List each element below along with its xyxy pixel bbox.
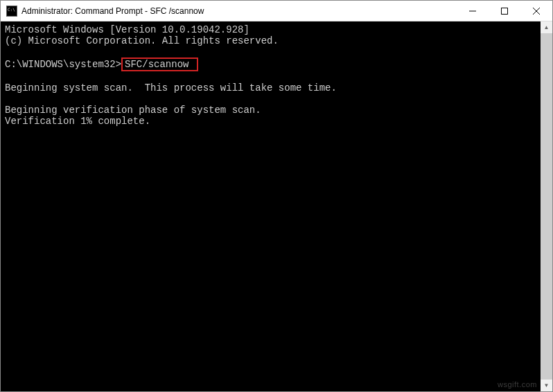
window-title: Administrator: Command Prompt - SFC /sca… bbox=[21, 6, 457, 16]
scroll-thumb[interactable] bbox=[541, 33, 552, 380]
command-text: SFC/scannow bbox=[125, 59, 188, 70]
watermark-text: wsgift.com bbox=[498, 380, 537, 389]
output-line: Verification 1% complete. bbox=[5, 116, 150, 127]
prompt-prefix: C:\WINDOWS\system32> bbox=[5, 59, 121, 70]
output-line: Microsoft Windows [Version 10.0.19042.92… bbox=[5, 24, 249, 35]
cmd-icon bbox=[6, 6, 17, 17]
scroll-down-button[interactable]: ▼ bbox=[541, 380, 552, 391]
titlebar: Administrator: Command Prompt - SFC /sca… bbox=[1, 1, 552, 21]
terminal-area: Microsoft Windows [Version 10.0.19042.92… bbox=[1, 21, 552, 391]
terminal-output[interactable]: Microsoft Windows [Version 10.0.19042.92… bbox=[1, 21, 541, 391]
output-line: Beginning system scan. This process will… bbox=[5, 82, 337, 93]
output-line: Beginning verification phase of system s… bbox=[5, 105, 261, 116]
svg-rect-1 bbox=[502, 8, 508, 14]
scroll-track[interactable] bbox=[541, 33, 552, 380]
window-controls bbox=[457, 1, 552, 21]
scroll-up-button[interactable]: ▲ bbox=[541, 21, 552, 33]
maximize-button[interactable] bbox=[489, 1, 520, 21]
vertical-scrollbar[interactable]: ▲ ▼ bbox=[541, 21, 552, 391]
command-highlight: SFC/scannow bbox=[121, 57, 198, 71]
minimize-button[interactable] bbox=[457, 1, 489, 21]
close-button[interactable] bbox=[520, 1, 552, 21]
output-line: (c) Microsoft Corporation. All rights re… bbox=[5, 35, 279, 46]
